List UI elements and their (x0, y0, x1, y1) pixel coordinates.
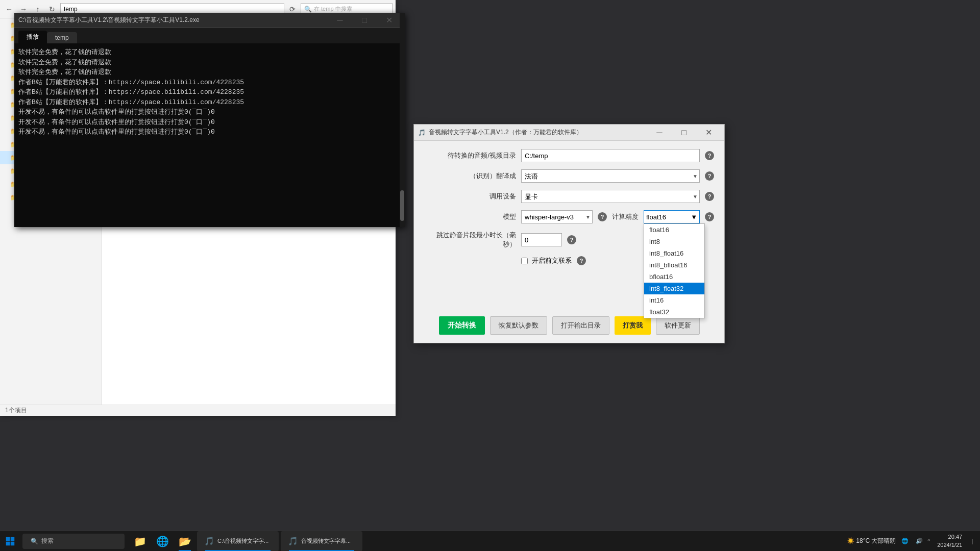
clock-date: 2024/1/21 (937, 541, 962, 549)
terminal-scroll-thumb[interactable] (400, 190, 404, 221)
windows-logo-icon (6, 537, 15, 546)
update-button[interactable]: 软件更新 (656, 316, 700, 335)
device-row: 调用设备 CPU 显卡 ▼ ? (424, 190, 714, 203)
taskbar-clock[interactable]: 20:47 2024/1/21 (933, 533, 966, 549)
donate-button[interactable]: 打赏我 (615, 316, 651, 335)
context-label: 开启前文联系 (532, 256, 572, 265)
precision-option-bfloat16[interactable]: bfloat16 (644, 271, 704, 283)
terminal-minimize-button[interactable]: ─ (328, 12, 352, 29)
terminal-line-7: 开发不易，有条件的可以点击软件里的打赏按钮进行打赏0(¯口¯)0 (18, 107, 401, 117)
translate-label: （识别）翻译成 (424, 171, 516, 181)
tool1-label: C:\音视频转文字字... (217, 537, 268, 545)
precision-option-float16[interactable]: float16 (644, 224, 704, 236)
taskbar-search-icon: 🔍 (31, 538, 38, 545)
dialog-titlebar: 🎵 音视频转文字字幕小工具V1.2（作者：万能君的软件库） ─ □ ✕ (414, 124, 724, 141)
taskbar-app-temp[interactable]: 📂 (174, 531, 196, 552)
explorer-icon: 📁 (134, 535, 146, 547)
translate-select-wrapper: 中文 英语 法语 日语 韩语 ▼ (521, 169, 700, 183)
svg-rect-1 (11, 537, 15, 541)
model-label: 模型 (424, 212, 516, 221)
terminal-controls: ─ □ ✕ (328, 12, 401, 29)
reset-button[interactable]: 恢复默认参数 (490, 316, 547, 335)
precision-help-icon[interactable]: ? (705, 212, 714, 221)
volume-icon[interactable]: 🔊 (914, 538, 925, 544)
tool1-icon: 🎵 (204, 536, 214, 546)
terminal-tab-play[interactable]: 播放 (18, 31, 47, 43)
precision-option-int8-float16[interactable]: int8_float16 (644, 247, 704, 259)
desktop: C:\音视频转文字字幕小工具V1.2\音视频转文字字幕小工具V1.2.exe ─… (0, 0, 980, 551)
min-silence-input[interactable] (521, 233, 562, 246)
taskbar-right: ☀️ 18°C 大部晴朗 🌐 🔊 ^ 20:47 2024/1/21 | (842, 533, 980, 549)
terminal-close-button[interactable]: ✕ (377, 12, 401, 29)
terminal-line-3: 软件完全免费，花了钱的请退款 (18, 67, 401, 78)
taskbar-app-explorer[interactable]: 📁 (129, 531, 151, 552)
device-label: 调用设备 (424, 192, 516, 201)
output-dir-button[interactable]: 打开输出目录 (552, 316, 609, 335)
terminal-tab-strip: 播放 temp (14, 28, 405, 43)
start-button[interactable]: 开始转换 (439, 316, 485, 335)
precision-option-int8-float32[interactable]: int8_float32 (644, 283, 704, 294)
dialog-title: 🎵 音视频转文字字幕小工具V1.2（作者：万能君的软件库） (418, 128, 648, 137)
app-dialog: 🎵 音视频转文字字幕小工具V1.2（作者：万能君的软件库） ─ □ ✕ 待转换的… (413, 124, 725, 343)
dialog-body: 待转换的音频/视频目录 ? （识别）翻译成 中文 英语 法语 日语 韩语 ▼ (414, 141, 724, 311)
context-checkbox[interactable] (521, 258, 528, 264)
temp-folder-icon: 📂 (179, 535, 191, 547)
precision-option-float32[interactable]: float32 (644, 306, 704, 318)
terminal-title: C:\音视频转文字字幕小工具V1.2\音视频转文字字幕小工具V1.2.exe (18, 16, 328, 24)
device-select[interactable]: CPU 显卡 (521, 190, 700, 203)
translate-help-icon[interactable]: ? (705, 171, 714, 181)
terminal-titlebar: C:\音视频转文字字幕小工具V1.2\音视频转文字字幕小工具V1.2.exe ─… (14, 13, 405, 28)
taskbar-app-tool2[interactable]: 🎵 音视频转文字字幕... (281, 531, 362, 552)
terminal-body: 软件完全免费，花了钱的请退款 软件完全免费，花了钱的请退款 软件完全免费，花了钱… (14, 43, 405, 227)
dialog-maximize-button[interactable]: □ (672, 124, 696, 141)
address-text: temp (64, 6, 78, 13)
model-select-wrapper: whisper-tiny whisper-base whisper-small … (521, 210, 593, 223)
dialog-window-controls: ─ □ ✕ (648, 124, 720, 141)
start-button-taskbar[interactable] (0, 531, 20, 552)
weather-text: 18°C 大部晴朗 (856, 537, 896, 544)
dialog-minimize-button[interactable]: ─ (648, 124, 671, 141)
device-help-icon[interactable]: ? (705, 192, 714, 201)
model-help-icon[interactable]: ? (598, 212, 607, 221)
device-select-wrapper: CPU 显卡 ▼ (521, 190, 700, 203)
network-icon[interactable]: 🌐 (899, 538, 911, 544)
taskbar-app-edge[interactable]: 🌐 (151, 531, 174, 552)
tray-expand[interactable]: ^ (928, 538, 930, 544)
taskbar-app-tool1[interactable]: 🎵 C:\音视频转文字字... (197, 531, 279, 552)
terminal-line-4: 作者B站【万能君的软件库】：https://space.bilibili.com… (18, 78, 401, 88)
status-bar: 1个项目 (0, 405, 396, 416)
taskbar-search[interactable]: 🔍 搜索 (22, 534, 125, 549)
precision-value: float16 (646, 213, 666, 221)
directory-help-icon[interactable]: ? (705, 151, 714, 160)
back-button[interactable]: ← (3, 3, 15, 15)
precision-option-int16[interactable]: int16 (644, 294, 704, 306)
weather-display: ☀️ 18°C 大部晴朗 (847, 537, 896, 545)
directory-row: 待转换的音频/视频目录 ? (424, 149, 714, 162)
dialog-close-button[interactable]: ✕ (697, 124, 720, 141)
terminal-line-2: 软件完全免费，花了钱的请退款 (18, 58, 401, 68)
status-text: 1个项目 (5, 406, 27, 415)
translate-select[interactable]: 中文 英语 法语 日语 韩语 (521, 169, 700, 183)
directory-input[interactable] (521, 149, 700, 162)
precision-label: 计算精度 (612, 212, 639, 221)
taskbar-search-label: 搜索 (41, 537, 54, 545)
model-select[interactable]: whisper-tiny whisper-base whisper-small … (521, 210, 593, 223)
show-desktop-button[interactable]: | (969, 538, 975, 544)
terminal-scrollbar[interactable] (400, 13, 405, 227)
terminal-tab-temp[interactable]: temp (47, 32, 77, 43)
precision-dropdown-arrow: ▼ (691, 213, 697, 221)
edge-icon: 🌐 (156, 535, 169, 547)
directory-label: 待转换的音频/视频目录 (424, 151, 516, 160)
taskbar: 🔍 搜索 📁 🌐 📂 🎵 C:\音视频转文字字... 🎵 音视频转文字字幕... (0, 531, 980, 551)
precision-option-int8[interactable]: int8 (644, 236, 704, 247)
precision-select-container: float16 ▼ float16 int8 int8_float16 int8… (644, 210, 700, 223)
search-icon: 🔍 (304, 6, 312, 13)
context-help-icon[interactable]: ? (577, 256, 586, 265)
svg-rect-2 (6, 541, 10, 545)
precision-option-int8-bfloat16[interactable]: int8_bfloat16 (644, 259, 704, 271)
precision-select-display[interactable]: float16 ▼ (644, 210, 700, 223)
terminal-line-1: 软件完全免费，花了钱的请退款 (18, 47, 401, 58)
min-silence-help-icon[interactable]: ? (567, 235, 576, 244)
terminal-maximize-button[interactable]: □ (353, 12, 376, 29)
terminal-line-5: 作者B站【万能君的软件库】：https://space.bilibili.com… (18, 87, 401, 97)
